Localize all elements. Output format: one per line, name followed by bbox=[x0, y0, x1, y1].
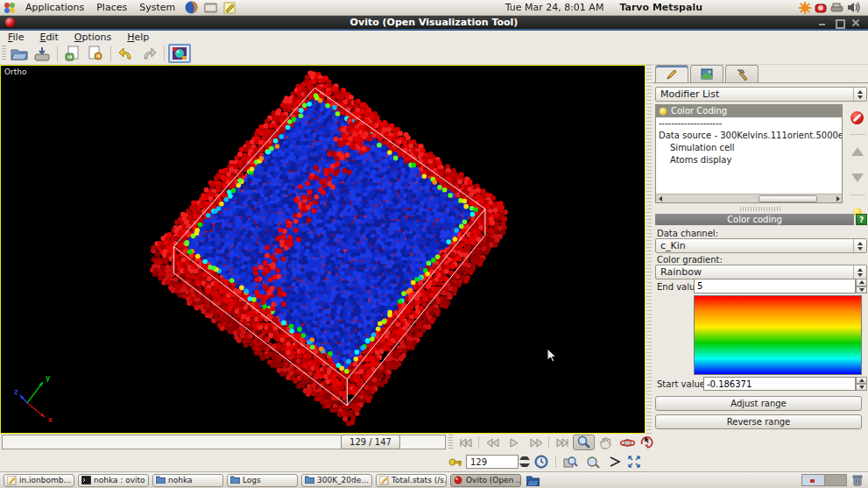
task-total-stats[interactable]: Total.stats (/s... bbox=[376, 474, 447, 487]
spin-down-icon[interactable] bbox=[856, 384, 867, 391]
distro-logo-icon[interactable] bbox=[3, 1, 17, 14]
task-in-ionbomb[interactable]: in.ionbomb... bbox=[4, 474, 74, 487]
pan-mode-button[interactable] bbox=[595, 435, 617, 450]
start-value-spinner[interactable] bbox=[856, 377, 867, 391]
pipeline-hscrollbar[interactable] bbox=[656, 194, 842, 202]
frame-spinner[interactable] bbox=[519, 455, 530, 469]
adjust-range-button[interactable]: Adjust range bbox=[655, 396, 862, 411]
menu-help[interactable]: Help bbox=[119, 32, 157, 43]
pipeline-item-atoms-display[interactable]: Atoms display bbox=[656, 154, 842, 166]
pipeline-list[interactable]: Color Coding -------------------- Data s… bbox=[655, 104, 843, 203]
render-settings-button[interactable] bbox=[168, 44, 191, 63]
data-channel-dropdown[interactable]: c_Kin bbox=[655, 238, 867, 253]
maximize-viewport-button[interactable] bbox=[625, 454, 642, 470]
workspace-2[interactable] bbox=[824, 475, 846, 485]
move-up-button[interactable] bbox=[850, 144, 865, 159]
reverse-range-button[interactable]: Reverse range bbox=[655, 414, 862, 429]
volume-icon[interactable] bbox=[847, 2, 861, 13]
menu-places[interactable]: Places bbox=[90, 0, 133, 16]
start-value-input[interactable] bbox=[703, 377, 856, 391]
frame-spinbox[interactable]: 129 bbox=[466, 455, 519, 469]
firefox-icon[interactable] bbox=[184, 1, 198, 14]
timeline-slider[interactable]: 129 / 147 bbox=[2, 435, 446, 449]
modifier-enabled-icon[interactable] bbox=[660, 108, 667, 115]
next-frame-button[interactable] bbox=[525, 435, 547, 450]
scroll-left-icon[interactable] bbox=[656, 195, 664, 202]
pipeline-item-color-coding[interactable]: Color Coding bbox=[656, 105, 842, 117]
end-value-spinner[interactable] bbox=[856, 279, 867, 294]
data-channel-label: Data channel: bbox=[657, 229, 718, 238]
menu-options[interactable]: Options bbox=[67, 32, 119, 43]
task-nohka-folder[interactable]: nohka bbox=[152, 474, 223, 487]
panel-clock[interactable]: Tue Mar 24, 8:01 AM bbox=[505, 2, 604, 13]
save-file-button[interactable] bbox=[31, 44, 53, 63]
window-titlebar[interactable]: Ovito (Open Visualization Tool) bbox=[0, 16, 868, 29]
rotate-mode-button[interactable] bbox=[639, 435, 655, 450]
open-file-button[interactable] bbox=[8, 44, 31, 63]
mail-icon[interactable] bbox=[203, 1, 217, 14]
tab-render[interactable] bbox=[690, 65, 723, 82]
move-down-button[interactable] bbox=[850, 170, 865, 186]
close-button[interactable] bbox=[851, 18, 859, 26]
end-value-input[interactable] bbox=[694, 279, 856, 294]
workspace-switcher[interactable] bbox=[801, 474, 847, 486]
pipeline-item-simulation-cell[interactable]: Simulation cell bbox=[656, 142, 842, 154]
minimize-button[interactable] bbox=[818, 18, 826, 26]
spin-up-icon[interactable] bbox=[856, 377, 867, 384]
export-file-button[interactable] bbox=[84, 44, 107, 63]
toolbar-grip[interactable] bbox=[2, 46, 6, 61]
goto-end-button[interactable] bbox=[551, 435, 573, 450]
section-splitter[interactable] bbox=[740, 207, 780, 211]
weather-icon[interactable] bbox=[799, 2, 811, 14]
task-nohka-ovito-terminal[interactable]: nohka : ovito bbox=[78, 474, 149, 487]
task-ovito[interactable]: Ovito (Open ... bbox=[450, 474, 521, 487]
animation-settings-button[interactable] bbox=[530, 454, 552, 470]
viewport-menu-button[interactable] bbox=[603, 454, 625, 470]
prev-frame-button[interactable] bbox=[481, 435, 503, 450]
workspace-1[interactable] bbox=[802, 475, 824, 485]
pipeline-item-datasource[interactable]: Data source - 300Kelvins.111orient.5000e… bbox=[656, 130, 842, 142]
task-label: Logs bbox=[243, 476, 261, 484]
modifier-list-dropdown[interactable]: Modifier List bbox=[655, 87, 867, 102]
help-button[interactable]: ? bbox=[856, 214, 867, 225]
zoom-mode-button[interactable] bbox=[573, 435, 595, 450]
menu-edit[interactable]: Edit bbox=[32, 32, 66, 43]
viewport[interactable]: Ortho bbox=[0, 65, 646, 434]
delete-modifier-button[interactable] bbox=[850, 110, 865, 125]
tab-utilities[interactable] bbox=[725, 65, 759, 82]
maximize-button[interactable] bbox=[835, 18, 843, 26]
color-coding-header[interactable]: Color coding bbox=[655, 214, 854, 225]
timeline-handle[interactable]: 129 / 147 bbox=[341, 435, 400, 449]
file-manager-icon[interactable] bbox=[526, 475, 540, 486]
import-file-button[interactable] bbox=[61, 44, 84, 63]
panel-user[interactable]: Tarvo Metspalu bbox=[619, 2, 702, 13]
scrollbar-thumb[interactable] bbox=[759, 195, 818, 202]
terminal-icon bbox=[81, 476, 91, 484]
text-editor-icon[interactable] bbox=[222, 1, 236, 14]
device-icon[interactable] bbox=[830, 3, 843, 13]
color-gradient-dropdown[interactable]: Rainbow bbox=[655, 265, 867, 279]
tab-modify[interactable] bbox=[655, 65, 688, 82]
viewport-type-label[interactable]: Ortho bbox=[4, 67, 27, 76]
spin-down-icon[interactable] bbox=[856, 286, 867, 294]
zoom-selection-extents-button[interactable] bbox=[582, 454, 603, 470]
alert-icon[interactable] bbox=[815, 2, 827, 14]
undo-button[interactable] bbox=[115, 44, 138, 63]
panel-splitter[interactable] bbox=[646, 65, 652, 434]
goto-start-button[interactable] bbox=[455, 435, 476, 450]
zoom-scene-extents-button[interactable] bbox=[560, 454, 582, 470]
spin-up-icon[interactable] bbox=[856, 279, 867, 286]
controls-grip[interactable] bbox=[448, 435, 453, 450]
task-logs-folder[interactable]: Logs bbox=[227, 474, 298, 487]
redo-button[interactable] bbox=[138, 44, 160, 63]
menu-applications[interactable]: Applications bbox=[19, 0, 90, 16]
trash-icon[interactable] bbox=[851, 474, 865, 486]
play-button[interactable] bbox=[503, 435, 525, 450]
viewport-canvas[interactable] bbox=[1, 66, 645, 433]
task-300k-folder[interactable]: 300K_20de... bbox=[301, 474, 372, 487]
scroll-right-icon[interactable] bbox=[834, 195, 842, 202]
orbit-mode-button[interactable] bbox=[617, 435, 639, 450]
menu-file[interactable]: File bbox=[0, 32, 32, 43]
animation-key-icon[interactable] bbox=[448, 456, 462, 468]
menu-system[interactable]: System bbox=[133, 0, 181, 16]
